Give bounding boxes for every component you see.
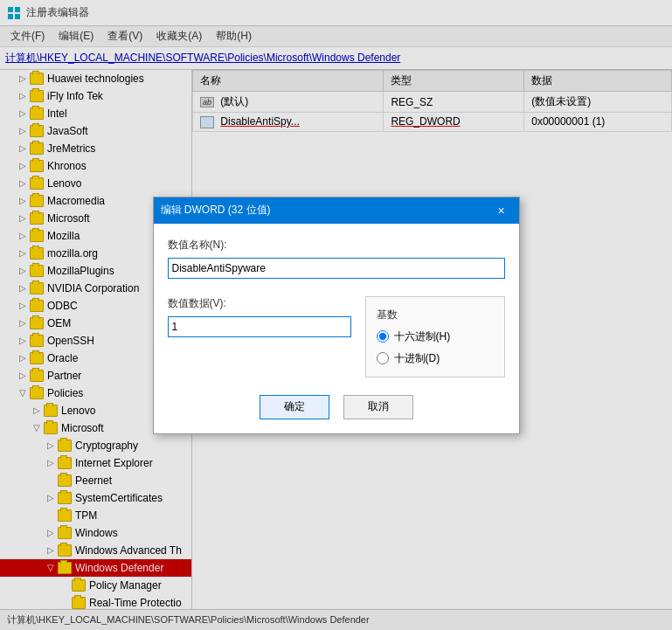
radio-hex[interactable] xyxy=(377,330,389,343)
dialog-body: 数值名称(N): 数值数据(V): 基数 十六进制(H) xyxy=(154,224,519,433)
edit-dword-dialog: 编辑 DWORD (32 位值) × 数值名称(N): 数值数据(V): 基数 … xyxy=(153,197,520,434)
modal-overlay: 编辑 DWORD (32 位值) × 数值名称(N): 数值数据(V): 基数 … xyxy=(0,0,672,630)
ok-button[interactable]: 确定 xyxy=(260,395,329,419)
cancel-button[interactable]: 取消 xyxy=(343,395,413,419)
radio-dec-label[interactable]: 十进制(D) xyxy=(377,351,494,366)
dialog-close-button[interactable]: × xyxy=(491,200,512,221)
name-input[interactable] xyxy=(168,258,505,279)
radio-group: 十六进制(H) 十进制(D) xyxy=(377,329,494,366)
dialog-buttons: 确定 取消 xyxy=(168,395,505,419)
value-row: 数值数据(V): 基数 十六进制(H) 十进制(D) xyxy=(168,296,505,377)
base-label: 基数 xyxy=(377,308,494,322)
value-section: 数值数据(V): xyxy=(168,296,351,377)
radio-hex-text: 十六进制(H) xyxy=(394,329,451,344)
base-section: 基数 十六进制(H) 十进制(D) xyxy=(365,296,505,377)
radio-dec-text: 十进制(D) xyxy=(394,351,440,366)
radio-hex-label[interactable]: 十六进制(H) xyxy=(377,329,494,344)
dialog-title: 编辑 DWORD (32 位值) xyxy=(161,203,271,218)
value-label: 数值数据(V): xyxy=(168,296,351,311)
dialog-titlebar: 编辑 DWORD (32 位值) × xyxy=(154,197,519,224)
radio-dec[interactable] xyxy=(377,352,389,364)
value-input[interactable] xyxy=(168,316,351,337)
name-label: 数值名称(N): xyxy=(168,238,505,253)
